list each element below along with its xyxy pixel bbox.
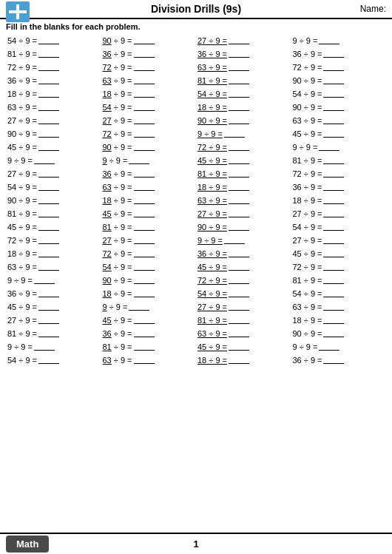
answer-line[interactable]: [229, 263, 249, 271]
answer-line[interactable]: [323, 250, 344, 257]
answer-line[interactable]: [38, 170, 59, 178]
answer-line[interactable]: [229, 104, 249, 111]
answer-line[interactable]: [229, 50, 249, 58]
answer-line[interactable]: [323, 183, 344, 191]
answer-line[interactable]: [323, 170, 344, 178]
answer-line[interactable]: [134, 90, 155, 98]
answer-line[interactable]: [38, 223, 59, 231]
answer-line[interactable]: [229, 197, 249, 204]
answer-line[interactable]: [323, 64, 344, 71]
answer-line[interactable]: [229, 170, 249, 178]
answer-line[interactable]: [323, 50, 344, 58]
answer-line[interactable]: [134, 197, 155, 204]
answer-line[interactable]: [134, 277, 155, 284]
answer-line[interactable]: [38, 104, 59, 111]
answer-line[interactable]: [224, 237, 245, 244]
answer-line[interactable]: [229, 223, 249, 231]
answer-line[interactable]: [38, 330, 59, 337]
answer-line[interactable]: [134, 290, 155, 297]
answer-line[interactable]: [323, 77, 344, 84]
answer-line[interactable]: [224, 130, 245, 138]
answer-line[interactable]: [134, 317, 155, 324]
answer-line[interactable]: [38, 64, 59, 71]
answer-line[interactable]: [134, 130, 155, 138]
answer-line[interactable]: [229, 210, 249, 217]
answer-line[interactable]: [38, 143, 59, 151]
answer-line[interactable]: [323, 277, 344, 284]
answer-line[interactable]: [323, 263, 344, 271]
answer-line[interactable]: [229, 64, 249, 71]
answer-line[interactable]: [38, 130, 59, 138]
answer-line[interactable]: [34, 343, 55, 351]
answer-line[interactable]: [229, 343, 249, 351]
answer-line[interactable]: [323, 223, 344, 231]
answer-line[interactable]: [229, 90, 249, 98]
answer-line[interactable]: [323, 290, 344, 297]
answer-line[interactable]: [319, 37, 339, 44]
answer-line[interactable]: [38, 90, 59, 98]
answer-line[interactable]: [323, 357, 344, 364]
answer-line[interactable]: [134, 37, 155, 44]
answer-line[interactable]: [229, 357, 249, 364]
answer-line[interactable]: [134, 237, 155, 244]
answer-line[interactable]: [323, 157, 344, 164]
answer-line[interactable]: [323, 104, 344, 111]
answer-line[interactable]: [134, 117, 155, 124]
answer-line[interactable]: [134, 250, 155, 257]
answer-line[interactable]: [38, 50, 59, 58]
answer-line[interactable]: [323, 117, 344, 124]
answer-line[interactable]: [38, 263, 59, 271]
answer-line[interactable]: [229, 303, 249, 311]
answer-line[interactable]: [38, 117, 59, 124]
answer-line[interactable]: [323, 237, 344, 244]
answer-line[interactable]: [38, 357, 59, 364]
answer-line[interactable]: [134, 263, 155, 271]
answer-line[interactable]: [34, 277, 55, 284]
answer-line[interactable]: [134, 330, 155, 337]
answer-line[interactable]: [229, 37, 249, 44]
answer-line[interactable]: [229, 250, 249, 257]
answer-line[interactable]: [323, 210, 344, 217]
answer-line[interactable]: [38, 77, 59, 84]
answer-line[interactable]: [129, 157, 149, 164]
answer-line[interactable]: [134, 343, 155, 351]
answer-line[interactable]: [38, 37, 59, 44]
answer-line[interactable]: [129, 303, 149, 311]
answer-line[interactable]: [38, 197, 59, 204]
answer-line[interactable]: [38, 290, 59, 297]
answer-line[interactable]: [229, 77, 249, 84]
answer-line[interactable]: [134, 210, 155, 217]
answer-line[interactable]: [229, 277, 249, 284]
answer-line[interactable]: [38, 303, 59, 311]
answer-line[interactable]: [229, 117, 249, 124]
answer-line[interactable]: [134, 170, 155, 178]
answer-line[interactable]: [323, 330, 344, 337]
answer-line[interactable]: [229, 143, 249, 151]
answer-line[interactable]: [229, 290, 249, 297]
answer-line[interactable]: [134, 104, 155, 111]
answer-line[interactable]: [38, 250, 59, 257]
answer-line[interactable]: [323, 303, 344, 311]
answer-line[interactable]: [134, 50, 155, 58]
answer-line[interactable]: [38, 237, 59, 244]
answer-line[interactable]: [34, 157, 55, 164]
answer-line[interactable]: [323, 197, 344, 204]
answer-line[interactable]: [229, 157, 249, 164]
answer-line[interactable]: [134, 183, 155, 191]
answer-line[interactable]: [134, 77, 155, 84]
answer-line[interactable]: [323, 317, 344, 324]
answer-line[interactable]: [319, 343, 339, 351]
answer-line[interactable]: [229, 330, 249, 337]
answer-line[interactable]: [134, 143, 155, 151]
answer-line[interactable]: [38, 317, 59, 324]
answer-line[interactable]: [38, 210, 59, 217]
answer-line[interactable]: [229, 183, 249, 191]
answer-line[interactable]: [323, 130, 344, 138]
answer-line[interactable]: [229, 317, 249, 324]
answer-line[interactable]: [319, 143, 339, 151]
answer-line[interactable]: [38, 183, 59, 191]
answer-line[interactable]: [134, 223, 155, 231]
answer-line[interactable]: [323, 90, 344, 98]
answer-line[interactable]: [134, 357, 155, 364]
answer-line[interactable]: [134, 64, 155, 71]
